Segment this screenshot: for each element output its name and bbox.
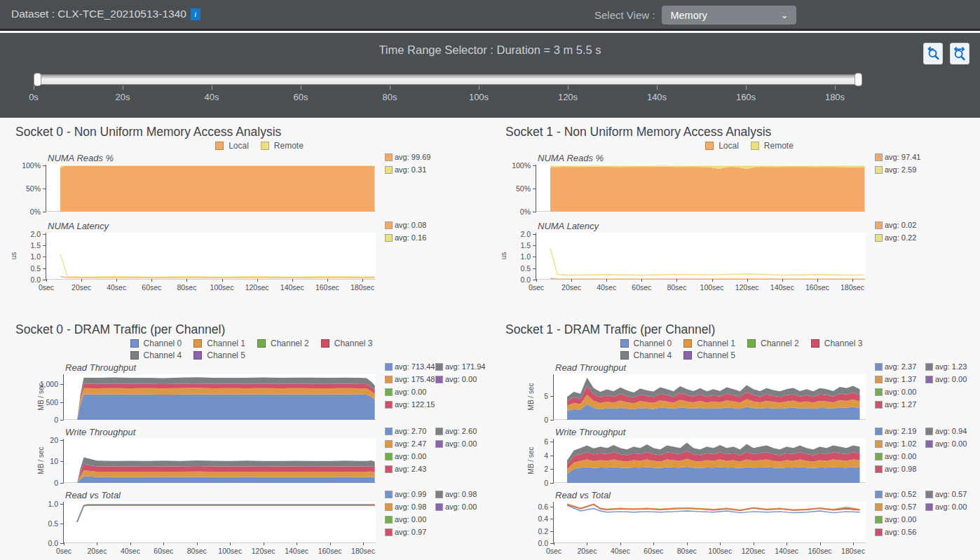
x-tick-mark (116, 279, 117, 282)
legend-label: Channel 3 (824, 339, 863, 348)
x-tick-label: 120sec (742, 547, 765, 555)
avg-swatch (875, 166, 883, 174)
legend-swatch (683, 339, 692, 348)
x-tick-label: 60sec (154, 547, 173, 555)
legend-label: Channel 5 (697, 350, 735, 360)
x-tick-label: 60sec (632, 283, 651, 292)
avg-swatch (435, 440, 443, 448)
time-tick-mark (390, 86, 390, 90)
series-legend: LocalRemote (215, 141, 304, 151)
avg-legend-item: avg: 0.00 (435, 500, 484, 513)
avg-value: avg: 0.00 (885, 452, 916, 460)
time-tick-label: 160s (736, 92, 756, 102)
x-tick-label: 0sec (56, 547, 72, 555)
x-tick-mark (641, 279, 642, 282)
y-tick-mark (43, 245, 46, 246)
chart-dram-read-vs-total-socket1[interactable]: 0.00.20.40.60sec20sec40sec60sec80sec100s… (553, 502, 866, 543)
zoom-reset-button[interactable] (950, 43, 969, 64)
chart-numa-latency-socket0[interactable]: 0.00.51.01.52.00sec20sec40sec60sec80sec1… (46, 233, 376, 280)
chart-numa-reads-socket1[interactable]: 0%50%100% (536, 165, 866, 212)
x-tick-mark (222, 279, 223, 282)
x-tick-mark (620, 542, 621, 545)
x-tick-label: 160sec (315, 283, 339, 292)
x-tick-mark (606, 279, 607, 282)
time-tick-label: 180s (825, 92, 845, 102)
time-range-title: Time Range Selector : Duration = 3 m 5.5… (0, 33, 980, 57)
avg-value: avg: 1.37 (885, 375, 916, 383)
chart-dram-read-vs-total-socket0[interactable]: 0.00.51.00sec20sec40sec60sec80sec100sec1… (63, 502, 376, 543)
x-tick-mark (653, 542, 654, 545)
avg-value: avg: 0.57 (935, 490, 967, 498)
panel-socket1-numa: Socket 1 - Non Uniform Memory Access Ana… (490, 118, 980, 315)
avg-legend-item: avg: 0.98 (385, 500, 434, 513)
chart-title: Read Throughput (65, 362, 375, 373)
info-icon[interactable]: i (191, 8, 200, 20)
avg-legend-item: avg: 0.98 (875, 463, 924, 475)
avg-swatch (435, 376, 443, 383)
chart-title: NUMA Reads % (538, 153, 865, 163)
avg-swatch (875, 491, 883, 498)
x-tick-label: 100sec (210, 283, 234, 292)
x-tick-mark (163, 542, 164, 545)
time-tick-mark (746, 86, 747, 90)
time-tick-label: 40s (205, 92, 219, 102)
avg-swatch (385, 516, 393, 524)
time-tick-label: 140s (647, 92, 667, 102)
avg-swatch (925, 363, 933, 371)
view-dropdown[interactable]: Memory ⌄ (662, 6, 796, 25)
avg-legend-item: avg: 0.99 (385, 488, 434, 500)
avg-legend-item: avg: 1.02 (875, 437, 924, 450)
panel-title: Socket 1 - DRAM Traffic (per Channel) (505, 322, 980, 337)
y-tick-mark (550, 469, 554, 470)
time-range-slider-track[interactable] (35, 74, 861, 85)
y-tick-mark (533, 268, 536, 269)
y-tick-mark (60, 402, 64, 403)
x-tick-mark (787, 542, 787, 545)
y-tick-label: 1.0 (30, 252, 41, 261)
avg-swatch (385, 528, 393, 536)
slider-left-handle[interactable] (34, 73, 41, 86)
avg-value: avg: 175.48 (395, 375, 435, 383)
legend-swatch (620, 351, 629, 360)
y-tick-label: 1.0 (48, 500, 58, 508)
time-tick-label: 100s (469, 92, 489, 102)
chart-dram-read-socket0[interactable]: 05001,000MB / sec (63, 374, 376, 420)
x-tick-mark (257, 279, 258, 282)
panel-title: Socket 1 - Non Uniform Memory Access Ana… (505, 125, 980, 139)
legend-item: Local (215, 141, 249, 151)
legend-swatch (751, 142, 759, 150)
x-tick-mark (782, 279, 783, 282)
legend-item: Channel 1 (193, 339, 245, 348)
y-axis-label: MB / sec (527, 383, 535, 411)
series-legend: Channel 0Channel 1Channel 2Channel 3 Cha… (620, 339, 863, 360)
chart-numa-latency-socket1[interactable]: 0.00.51.01.52.00sec20sec40sec60sec80sec1… (536, 233, 866, 280)
series-legend: Channel 0Channel 1Channel 2Channel 3 Cha… (130, 339, 373, 360)
avg-value: avg: 0.16 (395, 233, 426, 242)
x-tick-label: 140sec (280, 283, 304, 292)
charts-area: Socket 0 - Non Uniform Memory Access Ana… (0, 118, 980, 560)
chart-dram-write-socket1[interactable]: 0246MB / sec (553, 439, 866, 483)
zoom-undo-icon (925, 46, 941, 62)
y-tick-mark (550, 507, 554, 507)
legend-label: Channel 4 (634, 350, 672, 360)
x-tick-label: 60sec (142, 283, 161, 292)
y-tick-label: 0 (544, 416, 548, 424)
avg-value: avg: 0.00 (935, 439, 967, 448)
x-tick-mark (817, 279, 818, 282)
avg-value: avg: 0.08 (395, 221, 426, 229)
slider-right-handle[interactable] (855, 73, 862, 86)
legend-item: Channel 2 (747, 339, 799, 348)
legend-label: Channel 0 (634, 339, 672, 348)
chart-numa-reads-socket0[interactable]: 0%50%100% (46, 165, 376, 212)
avg-legend-item: avg: 1.37 (875, 373, 924, 385)
avg-legend-item: avg: 97.41 (875, 151, 924, 163)
chart-dram-write-socket0[interactable]: 01020MB / sec (63, 439, 376, 483)
avg-value: avg: 0.52 (885, 490, 916, 498)
avg-legend-item: avg: 0.16 (385, 231, 434, 244)
zoom-undo-button[interactable] (923, 43, 943, 64)
legend-label: Channel 2 (271, 339, 309, 348)
y-tick-mark (550, 456, 554, 456)
chart-dram-read-socket1[interactable]: 05MB / sec (553, 374, 866, 420)
view-dropdown-value: Memory (670, 10, 707, 21)
avg-swatch (385, 440, 393, 448)
